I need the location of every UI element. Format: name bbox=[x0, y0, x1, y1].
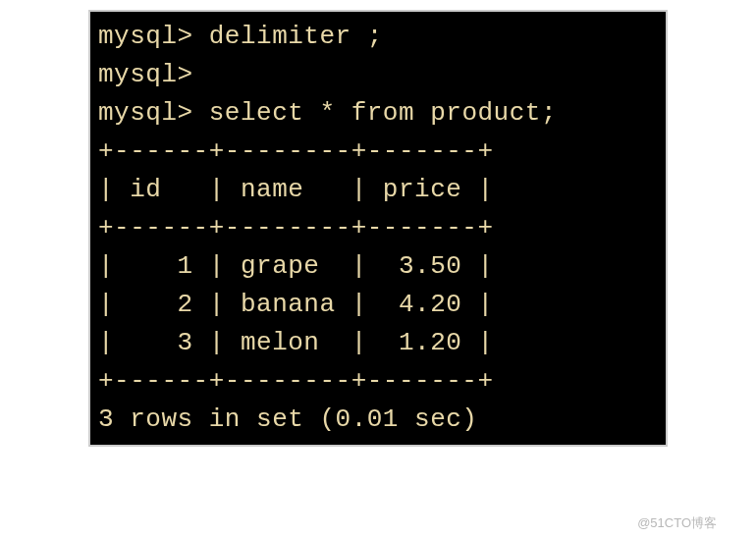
table-border-bottom: +------+--------+-------+ bbox=[98, 362, 658, 401]
command-delimiter: delimiter ; bbox=[209, 22, 383, 51]
mysql-prompt: mysql> bbox=[98, 22, 193, 51]
table-border-top: +------+--------+-------+ bbox=[98, 133, 658, 171]
mysql-prompt: mysql> bbox=[98, 60, 193, 89]
prompt-line-3: mysql> select * from product; bbox=[98, 94, 658, 133]
table-row: | 1 | grape | 3.50 | bbox=[98, 247, 658, 286]
mysql-terminal[interactable]: mysql> delimiter ;mysql>mysql> select * … bbox=[88, 10, 668, 447]
prompt-line-2: mysql> bbox=[98, 56, 658, 94]
prompt-line-1: mysql> delimiter ; bbox=[98, 18, 658, 56]
mysql-prompt: mysql> bbox=[98, 98, 193, 128]
watermark-label: @51CTO博客 bbox=[637, 514, 717, 532]
table-header-row: | id | name | price | bbox=[98, 171, 658, 209]
table-row: | 3 | melon | 1.20 | bbox=[98, 324, 658, 362]
command-select: select * from product; bbox=[209, 98, 557, 128]
table-border-mid: +------+--------+-------+ bbox=[98, 209, 658, 247]
result-status: 3 rows in set (0.01 sec) bbox=[98, 401, 658, 439]
table-row: | 2 | banana | 4.20 | bbox=[98, 286, 658, 324]
